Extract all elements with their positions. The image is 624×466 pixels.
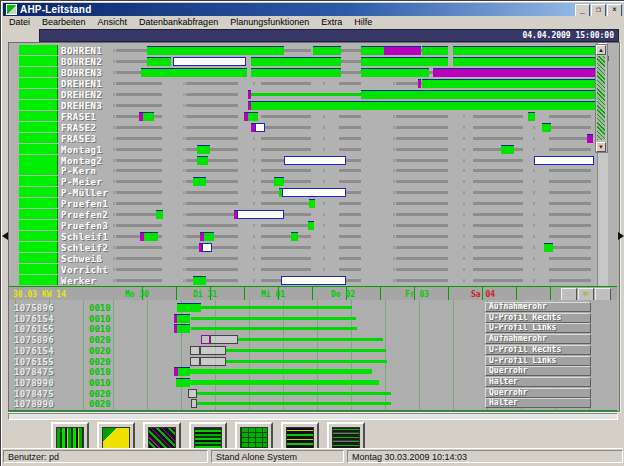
operation-bar[interactable] — [501, 145, 514, 154]
part-name-button[interactable]: U-Profil Rechts — [485, 345, 591, 355]
queue-dash — [549, 257, 591, 260]
queue-dash — [549, 246, 591, 249]
order-operation-bar[interactable] — [190, 346, 200, 355]
operation-bar[interactable] — [422, 46, 448, 55]
menu-item-ansicht[interactable]: Ansicht — [92, 17, 134, 27]
order-operation-bar[interactable] — [177, 303, 201, 312]
scroll-down-icon[interactable]: ▼ — [596, 142, 606, 152]
order-operation-bar[interactable] — [176, 378, 190, 387]
operation-bar[interactable] — [453, 57, 595, 66]
operation-bar[interactable] — [251, 57, 341, 66]
menu-item-planungsfunktionen[interactable]: Planungsfunktionen — [224, 17, 315, 27]
operation-bar[interactable] — [197, 145, 210, 154]
part-name-button[interactable]: Aufnahmerohr — [485, 302, 591, 312]
order-operation-bar[interactable] — [188, 389, 197, 398]
operation-bar[interactable] — [248, 112, 258, 121]
operation-bar[interactable] — [282, 188, 346, 197]
operation-bar[interactable] — [308, 221, 314, 230]
operation-bar[interactable] — [361, 57, 448, 66]
operation-bar[interactable] — [291, 232, 298, 241]
operation-bar[interactable] — [544, 243, 553, 252]
status-system-mode: Stand Alone System — [211, 450, 344, 463]
pan-left-icon[interactable] — [2, 232, 8, 240]
scroll-up-icon[interactable]: ▲ — [596, 45, 606, 55]
operation-bar[interactable] — [173, 57, 246, 66]
operation-bar[interactable] — [309, 199, 315, 208]
order-operation-bar[interactable] — [200, 357, 226, 366]
operation-bar[interactable] — [587, 134, 593, 143]
order-operation-bar[interactable] — [200, 346, 226, 355]
operation-bar[interactable] — [361, 90, 595, 99]
operation-bar[interactable] — [237, 210, 284, 219]
order-operation-bar[interactable] — [190, 369, 372, 374]
operation-bar[interactable] — [156, 210, 163, 219]
operation-bar[interactable] — [251, 68, 341, 77]
order-operation-bar[interactable] — [210, 335, 238, 344]
operation-bar[interactable] — [197, 156, 208, 165]
operation-bar[interactable] — [453, 46, 595, 55]
operation-bar[interactable] — [361, 46, 384, 55]
operation-bar[interactable] — [384, 46, 421, 55]
operation-bar[interactable] — [251, 93, 361, 96]
order-operation-bar[interactable] — [177, 324, 190, 333]
order-operation-bar[interactable] — [238, 338, 383, 341]
gantt-row: Vorricht — [9, 264, 617, 275]
operation-bar[interactable] — [534, 156, 594, 165]
operation-bar[interactable] — [251, 101, 595, 110]
operation-bar[interactable] — [193, 276, 206, 285]
menu-item-datenbankabfragen[interactable]: Datenbankabfragen — [133, 17, 224, 27]
operation-bar[interactable] — [274, 177, 284, 186]
operation-bar[interactable] — [147, 46, 284, 55]
capacity-cell — [19, 264, 58, 274]
order-operation-bar[interactable] — [201, 306, 352, 309]
operation-bar[interactable] — [284, 156, 346, 165]
order-operation-bar[interactable] — [190, 357, 200, 366]
part-name-button[interactable]: U-Profil Rechts — [485, 313, 591, 323]
order-operation-bar[interactable] — [197, 402, 391, 405]
operation-bar[interactable] — [422, 79, 595, 88]
menu-item-hilfe[interactable]: Hilfe — [348, 17, 378, 27]
menu-item-bearbeiten[interactable]: Bearbeiten — [36, 17, 92, 27]
order-operation-bar[interactable] — [226, 349, 386, 352]
operation-bar[interactable] — [313, 46, 341, 55]
resource-label: Schleif2 — [61, 243, 108, 253]
operation-bar[interactable] — [542, 123, 551, 132]
operation-bar[interactable] — [418, 79, 421, 88]
operation-bar[interactable] — [528, 112, 535, 121]
operation-bar[interactable] — [433, 68, 595, 77]
pan-right-icon[interactable] — [618, 232, 624, 240]
operation-bar[interactable] — [144, 232, 158, 241]
part-name-button[interactable]: Querrohr — [485, 366, 591, 376]
orders-vertical-scrollbar[interactable]: ▲ ▼ — [595, 44, 608, 153]
horizontal-scrollbar[interactable] — [8, 413, 618, 420]
part-name-button[interactable]: Halter — [485, 398, 591, 408]
orders-scrollbar-track[interactable] — [597, 56, 605, 140]
order-row: 10784750020Querrohr — [9, 388, 617, 399]
operation-bar[interactable] — [361, 68, 429, 77]
order-operation-bar[interactable] — [190, 380, 379, 385]
part-name-button[interactable]: U-Profil Links — [485, 356, 591, 366]
operation-bar[interactable] — [255, 123, 265, 132]
operation-bar[interactable] — [202, 243, 212, 252]
order-operation-bar[interactable] — [191, 327, 357, 330]
operation-bar[interactable] — [141, 68, 247, 77]
capacity-cell — [19, 231, 58, 241]
operation-bar[interactable] — [281, 276, 346, 285]
operation-bar[interactable] — [143, 112, 154, 121]
order-operation-bar[interactable] — [191, 317, 356, 320]
part-name-button[interactable]: Halter — [485, 377, 591, 387]
order-operation-bar[interactable] — [177, 314, 190, 323]
menu-item-datei[interactable]: Datei — [3, 17, 36, 27]
queue-dash — [549, 279, 591, 282]
operation-bar[interactable] — [204, 232, 214, 241]
order-operation-bar[interactable] — [201, 335, 210, 344]
order-operation-bar[interactable] — [226, 360, 387, 363]
order-operation-bar[interactable] — [197, 392, 391, 395]
part-name-button[interactable]: Aufnahmerohr — [485, 334, 591, 344]
part-name-button[interactable]: U-Profil Links — [485, 323, 591, 333]
menu-item-extra[interactable]: Extra — [315, 17, 348, 27]
operation-bar[interactable] — [193, 177, 206, 186]
operation-bar[interactable] — [147, 57, 171, 66]
part-name-button[interactable]: Querrohr — [485, 388, 591, 398]
order-operation-bar[interactable] — [178, 367, 190, 376]
